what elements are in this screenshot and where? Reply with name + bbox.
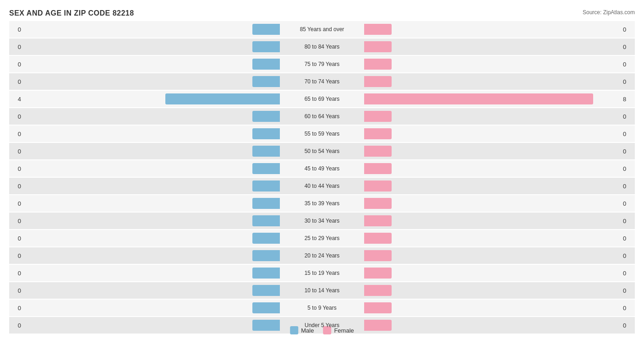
male-bar [252,302,280,313]
left-value: 0 [9,270,23,277]
female-bar [364,302,392,313]
right-value: 0 [621,26,635,33]
chart-area: 0 85 Years and over 0 0 80 to 84 Years 0… [9,21,635,301]
male-bar [252,215,280,226]
female-bar [364,250,392,261]
chart-container: SEX AND AGE IN ZIP CODE 82218 Source: Zi… [0,0,644,339]
age-label: 35 to 39 Years [281,200,363,207]
left-bar-area [23,317,281,334]
left-value: 0 [9,78,23,85]
male-bar [252,24,280,35]
right-bar-area [363,143,621,159]
male-bar [252,128,280,139]
left-bar-area [23,56,281,72]
age-label: 65 to 69 Years [281,96,363,102]
right-bar-area [363,178,621,194]
left-bar-area [23,73,281,90]
bar-row: 0 70 to 74 Years 0 [9,73,635,90]
bars-wrapper: 75 to 79 Years [23,56,621,72]
left-value: 0 [9,113,23,120]
bar-row: 0 75 to 79 Years 0 [9,56,635,72]
bar-row: 0 20 to 24 Years 0 [9,247,635,264]
right-value: 0 [621,235,635,242]
right-bar-area [363,160,621,177]
age-label: 80 to 84 Years [281,44,363,50]
bars-wrapper: 5 to 9 Years [23,300,621,316]
right-bar-area [363,91,621,107]
age-label: 5 to 9 Years [281,305,363,311]
left-bar-area [23,108,281,125]
left-bar-area [23,178,281,194]
right-value: 8 [621,96,635,103]
left-bar-area [23,21,281,38]
female-bar [364,41,392,52]
bar-row: 0 45 to 49 Years 0 [9,160,635,177]
bar-row: 0 55 to 59 Years 0 [9,126,635,142]
right-bar-area [363,21,621,38]
male-bar [252,198,280,209]
bars-wrapper: 10 to 14 Years [23,282,621,299]
left-bar-area [23,265,281,281]
left-value: 0 [9,235,23,242]
left-value: 0 [9,252,23,259]
left-bar-area [23,160,281,177]
left-bar-area [23,91,281,107]
age-label: 25 to 29 Years [281,235,363,241]
female-bar [364,285,392,296]
right-value: 0 [621,200,635,207]
male-bar [252,111,280,122]
bars-wrapper: 65 to 69 Years [23,91,621,107]
right-bar-area [363,108,621,125]
bars-wrapper: 45 to 49 Years [23,160,621,177]
chart-title: SEX AND AGE IN ZIP CODE 82218 [9,9,635,17]
right-value: 0 [621,78,635,85]
right-bar-area [363,38,621,55]
male-bar [252,320,280,331]
right-value: 0 [621,305,635,312]
female-bar [364,24,392,35]
female-bar [364,320,392,331]
bar-row: 0 50 to 54 Years 0 [9,143,635,159]
right-value: 0 [621,165,635,172]
left-value: 0 [9,218,23,224]
male-bar [252,59,280,70]
right-value: 0 [621,270,635,277]
right-bar-area [363,247,621,264]
source-text: Source: ZipAtlas.com [583,9,635,16]
left-value: 4 [9,96,23,103]
left-bar-area [23,126,281,142]
right-bar-area [363,56,621,72]
male-bar [252,250,280,261]
male-bar [252,41,280,52]
left-bar-area [23,230,281,246]
left-value: 0 [9,183,23,190]
left-bar-area [23,282,281,299]
female-bar [364,268,392,279]
left-value: 0 [9,148,23,155]
female-bar [364,180,392,191]
male-bar [252,233,280,244]
male-bar [252,146,280,157]
left-value: 0 [9,131,23,137]
age-label: 15 to 19 Years [281,270,363,276]
age-label: 30 to 34 Years [281,218,363,224]
right-value: 0 [621,218,635,224]
female-bar [364,198,392,209]
right-value: 0 [621,287,635,294]
age-label: Under 5 Years [281,322,363,328]
female-bar [364,111,392,122]
age-label: 50 to 54 Years [281,148,363,154]
right-bar-area [363,195,621,212]
age-label: 75 to 79 Years [281,61,363,67]
male-bar [252,163,280,174]
female-bar [364,128,392,139]
left-bar-area [23,247,281,264]
bar-row: 0 85 Years and over 0 [9,21,635,38]
bar-row: 0 80 to 84 Years 0 [9,38,635,55]
male-bar [252,285,280,296]
bar-row: 0 35 to 39 Years 0 [9,195,635,212]
right-value: 0 [621,113,635,120]
female-bar [364,215,392,226]
right-bar-area [363,317,621,334]
right-bar-area [363,213,621,229]
